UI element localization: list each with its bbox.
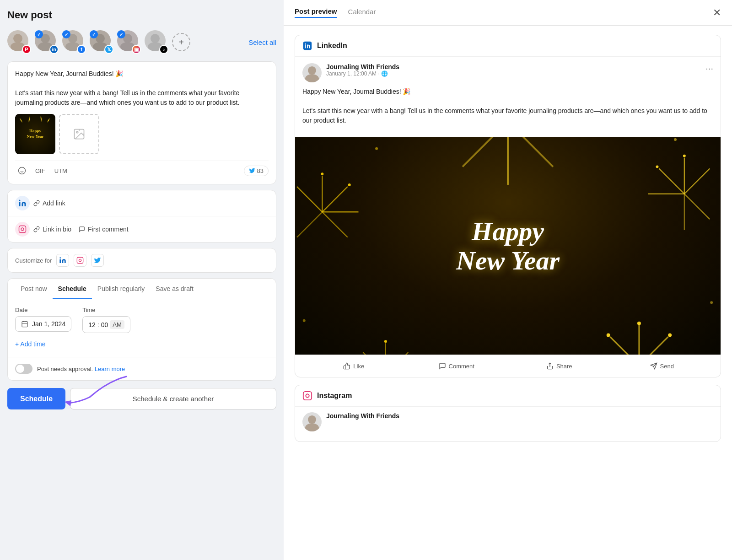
schedule-another-button[interactable]: Schedule & create another [70,388,276,409]
close-button[interactable]: ✕ [713,8,721,18]
account-instagram[interactable]: ✓ ▣ [117,30,141,54]
tab-publish-regularly[interactable]: Publish regularly [92,279,151,299]
date-input[interactable]: Jan 1, 2024 [15,316,71,332]
svg-line-83 [508,137,553,167]
post-options-button[interactable]: ··· [705,63,713,74]
tab-post-now[interactable]: Post now [15,279,53,299]
tab-calendar[interactable]: Calendar [348,8,376,17]
date-field-group: Date Jan 1, 2024 [15,307,71,333]
select-all-link[interactable]: Select all [248,38,276,46]
like-button[interactable]: Like [302,360,405,372]
send-button[interactable]: Send [611,360,714,372]
add-account-button[interactable]: + [172,33,190,51]
emoji-button[interactable] [15,165,29,177]
tab-schedule[interactable]: Schedule [53,279,92,299]
instagram-preview-header: Instagram [295,385,721,407]
svg-rect-23 [77,257,83,263]
svg-line-92 [610,337,639,355]
svg-line-84 [463,137,508,167]
account-pinterest[interactable]: P [7,30,31,54]
svg-line-65 [659,168,684,194]
author-info: Journaling With Friends January 1, 12:00… [326,63,701,77]
gif-button[interactable]: GIF [32,166,48,176]
schedule-card: Post now Schedule Publish regularly Save… [7,278,276,381]
tab-post-preview[interactable]: Post preview [295,7,337,18]
action-buttons-wrap: Schedule Schedule & create another [7,386,276,413]
instagram-link-in-bio[interactable]: Link in bio [43,226,71,233]
add-time-link[interactable]: + Add time [15,339,269,350]
account-facebook[interactable]: ✓ f [62,30,86,54]
linkedin-add-link[interactable]: Add link [43,199,65,207]
customize-row: Customize for [7,248,276,273]
instagram-logo-icon [302,391,312,401]
linkedin-logo-icon [302,41,312,51]
account-twitter[interactable]: ✓ 𝕏 [90,30,113,54]
svg-point-97 [668,333,672,337]
add-media-button[interactable] [59,114,99,154]
instagram-author-row: Journaling With Friends [302,412,713,431]
linkedin-check: ✓ [35,30,43,38]
svg-point-22 [60,257,61,258]
media-thumb-1[interactable]: HappyNew Year [15,114,55,154]
media-row: HappyNew Year [15,114,269,154]
account-selector-row: P ✓ in ✓ f ✓ 𝕏 ✓ [7,28,276,56]
hny-big-text: Happy New Year [456,217,560,275]
svg-rect-20 [19,226,26,233]
linkedin-preview-header: LinkedIn [295,35,721,57]
tab-save-as-draft[interactable]: Save as draft [150,279,199,299]
instagram-link-row: Link in bio First comment [8,216,276,242]
svg-point-101 [375,147,378,150]
svg-point-112 [308,415,316,424]
customize-linkedin-btn[interactable] [56,254,69,267]
approval-toggle[interactable] [15,364,32,374]
action-buttons: Schedule Schedule & create another [7,386,276,413]
page-title: New post [7,9,276,23]
svg-point-19 [19,200,21,201]
time-input[interactable]: 12 : 00 AM [82,316,130,333]
svg-point-31 [305,43,306,44]
comment-button[interactable]: Comment [405,360,508,372]
schedule-button[interactable]: Schedule [7,388,65,409]
svg-point-0 [13,34,22,43]
schedule-tabs: Post now Schedule Publish regularly Save… [8,279,276,299]
twitter-char-count: 83 [244,166,269,176]
account-tiktok[interactable]: ♪ [145,30,168,54]
post-content-card: Happy New Year, Journal Buddies! 🎉 Let's… [7,61,276,184]
instagram-partial: Journaling With Friends [295,407,721,442]
customize-twitter-btn[interactable] [91,254,104,267]
approval-text: Post needs approval. Learn more [37,366,125,372]
ampm-badge[interactable]: AM [110,320,124,329]
svg-line-64 [684,168,710,194]
linkedin-platform-name: LinkedIn [317,42,347,50]
svg-point-62 [348,183,351,186]
linkedin-post-inner: Journaling With Friends January 1, 12:00… [295,57,721,137]
account-linkedin[interactable]: ✓ in [35,30,59,54]
preview-post-text: Happy New Year, Journal Buddies! 🎉 Let's… [302,87,713,125]
instagram-check: ✓ [117,30,125,38]
approval-row: Post needs approval. Learn more [8,357,276,380]
svg-line-91 [639,337,668,355]
toolbar-row: GIF UTM 83 [15,161,269,177]
learn-more-link[interactable]: Learn more [95,366,125,372]
post-text: Happy New Year, Journal Buddies! 🎉 Let's… [15,69,269,108]
svg-line-59 [322,212,347,237]
customize-instagram-btn[interactable] [74,254,86,267]
svg-point-33 [305,74,319,82]
instagram-author-name: Journaling With Friends [326,412,713,420]
share-button[interactable]: Share [508,360,611,372]
twitter-check: ✓ [90,30,98,38]
svg-point-32 [308,66,316,75]
svg-point-98 [607,333,610,337]
datetime-row: Date Jan 1, 2024 Time 12 : 00 AM [15,307,269,333]
instagram-badge: ▣ [132,45,141,54]
utm-button[interactable]: UTM [52,166,70,176]
twitter-badge: 𝕏 [104,45,113,54]
author-name: Journaling With Friends [326,63,701,70]
svg-point-61 [321,172,323,175]
svg-rect-110 [303,392,312,400]
first-comment-button[interactable]: First comment [79,226,129,233]
facebook-badge: f [77,45,86,54]
svg-line-67 [684,194,710,219]
instagram-author-info: Journaling With Friends [326,412,713,420]
svg-point-76 [384,340,387,343]
